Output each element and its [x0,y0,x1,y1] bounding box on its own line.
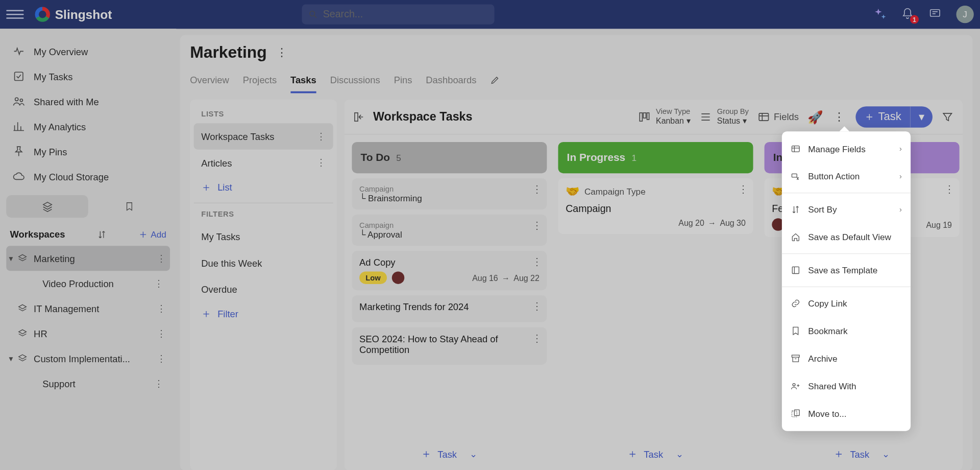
plus-icon [138,229,149,240]
more-icon[interactable]: ⋮ [157,253,166,264]
menu-item[interactable]: Save as Default View [782,223,911,251]
task-card[interactable]: ⋮Marketing Trends for 2024 [352,295,547,322]
menu-item[interactable]: Archive [782,345,911,372]
search-icon [308,9,318,19]
tab-overview[interactable]: Overview [190,69,229,93]
rocket-icon[interactable]: 🚀 [807,109,823,124]
fields-button[interactable]: Fields [757,110,799,123]
edit-tabs-icon[interactable] [490,75,500,88]
menu-item[interactable]: Shared With [782,372,911,400]
add-filter-button[interactable]: Filter [194,302,333,325]
workspace-item[interactable]: IT Management ⋮ [6,296,170,321]
workspace-item[interactable]: ▼ Marketing ⋮ [6,246,170,271]
tab-projects[interactable]: Projects [243,69,277,93]
filter-icon[interactable] [941,110,953,123]
add-task-inline[interactable]: Task⌄ [765,441,960,466]
notifications-icon[interactable]: 1 [901,8,915,21]
topbar: Slingshot 1 J [0,0,980,29]
board-more-button[interactable]: ⋮ [832,109,847,124]
more-icon[interactable]: ⋮ [154,378,163,389]
collapse-icon[interactable] [353,110,365,123]
sidebar-item-cloud[interactable]: My Cloud Storage [6,164,170,189]
layers-icon [17,328,28,339]
new-task-main[interactable]: Task [855,106,910,128]
new-task-dropdown[interactable]: ▾ [910,106,933,128]
page-header: Marketing ⋮ [190,42,962,62]
chart-icon [12,120,24,132]
chevron-down-icon: ▾ [743,116,747,126]
filter-item[interactable]: Due this Week [194,250,333,276]
pin-icon [12,145,24,157]
column-header[interactable]: To Do5 [352,142,547,173]
sidebar-item-shared[interactable]: Shared with Me [6,89,170,114]
svg-rect-13 [792,355,799,357]
card-more-icon[interactable]: ⋮ [532,300,542,312]
add-list-button[interactable]: List [194,176,333,199]
app-logo[interactable]: Slingshot [35,7,112,21]
menu-item[interactable]: Copy Link [782,290,911,317]
plus-icon [421,449,431,459]
card-more-icon[interactable]: ⋮ [532,332,542,344]
filter-item[interactable]: Overdue [194,276,333,302]
task-card[interactable]: ⋮SEO 2024: How to Stay Ahead of Competit… [352,327,547,364]
task-card[interactable]: ⋮🤝Campaign TypeCampaignAug 20 → Aug 30 [558,178,753,234]
tab-discussions[interactable]: Discussions [330,69,380,93]
user-avatar[interactable]: J [956,6,973,23]
chevron-down-icon: ▾ [919,110,924,124]
menu-item[interactable]: Bookmark [782,317,911,345]
bookmark-view-button[interactable] [88,195,170,218]
menu-item[interactable]: Sort By› [782,196,911,223]
task-card[interactable]: ⋮Ad CopyLowAug 16 → Aug 22 [352,251,547,290]
more-icon[interactable]: ⋮ [157,328,166,339]
card-more-icon[interactable]: ⋮ [532,256,542,268]
page-more-button[interactable]: ⋮ [274,45,289,60]
app-name: Slingshot [55,7,112,21]
view-type-selector[interactable]: View Type Kanban ▾ [639,108,691,126]
tab-pins[interactable]: Pins [394,69,412,93]
sidebar-item-pins[interactable]: My Pins [6,139,170,164]
tab-tasks[interactable]: Tasks [290,69,316,93]
card-more-icon[interactable]: ⋮ [532,183,542,195]
more-icon[interactable]: ⋮ [154,278,163,289]
more-icon[interactable]: ⋮ [157,303,166,314]
tab-dashboards[interactable]: Dashboards [426,69,476,93]
comments-icon[interactable] [929,8,943,21]
menu-item[interactable]: Manage Fields› [782,135,911,162]
lists-panel: LISTS Workspace Tasks⋮Articles⋮ List FIL… [190,100,337,470]
add-task-inline[interactable]: Task⌄ [558,441,753,466]
card-more-icon[interactable]: ⋮ [944,183,954,195]
list-item[interactable]: Workspace Tasks⋮ [194,123,333,149]
chevron-down-icon[interactable]: ⌄ [470,449,478,460]
task-card[interactable]: ⋮Campaign└ Approval [352,215,547,246]
more-icon[interactable]: ⋮ [316,157,326,168]
chevron-down-icon[interactable]: ⌄ [676,449,684,460]
search-field[interactable] [323,9,488,20]
list-item[interactable]: Articles⋮ [194,150,333,176]
group-by-selector[interactable]: Group By Status ▾ [700,108,749,126]
task-card[interactable]: ⋮Campaign└ Brainstorming [352,178,547,209]
filter-item[interactable]: My Tasks [194,223,333,249]
search-input[interactable] [302,5,494,25]
card-more-icon[interactable]: ⋮ [532,220,542,231]
chevron-down-icon[interactable]: ⌄ [882,449,890,460]
card-more-icon[interactable]: ⋮ [738,183,748,195]
menu-item[interactable]: Save as Template [782,256,911,284]
more-icon[interactable]: ⋮ [157,353,166,364]
workspace-subitem[interactable]: Video Production⋮ [6,271,170,296]
workspace-item[interactable]: ▼ Custom Implementati... ⋮ [6,346,170,371]
workspace-item[interactable]: HR ⋮ [6,321,170,346]
add-workspace-button[interactable]: Add [138,229,166,240]
column-header[interactable]: In Progress1 [558,142,753,173]
layers-view-button[interactable] [6,195,88,218]
ai-sparkle-icon[interactable] [874,8,888,21]
menu-item[interactable]: Button Action› [782,162,911,190]
workspace-subitem[interactable]: Support⋮ [6,371,170,396]
sort-icon[interactable] [96,229,107,240]
menu-toggle[interactable] [6,10,23,19]
menu-item[interactable]: Move to... [782,400,911,427]
sidebar-item-overview[interactable]: My Overview [6,39,170,64]
sidebar-item-analytics[interactable]: My Analytics [6,114,170,139]
more-icon[interactable]: ⋮ [316,131,326,142]
add-task-inline[interactable]: Task⌄ [352,441,547,466]
sidebar-item-tasks[interactable]: My Tasks [6,64,170,89]
